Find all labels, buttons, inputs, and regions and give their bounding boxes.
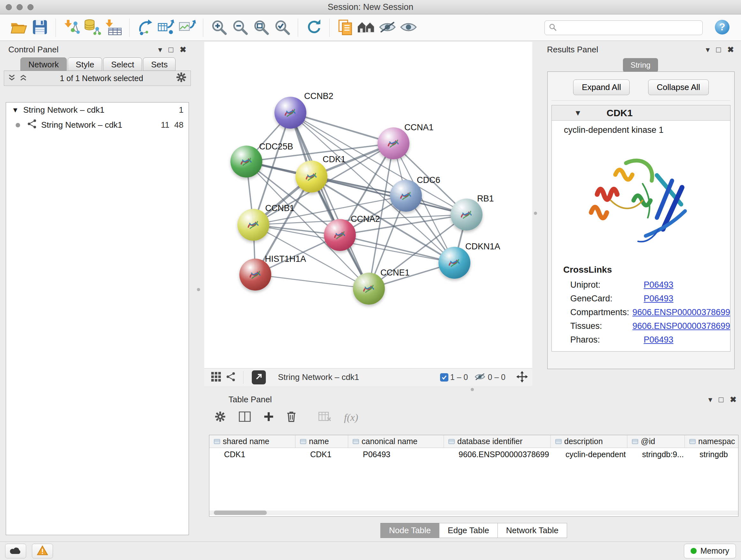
column-header[interactable]: shared name bbox=[209, 435, 295, 448]
cloud-status-button[interactable] bbox=[5, 544, 26, 558]
open-in-new-button[interactable] bbox=[252, 370, 266, 384]
zoom-selected-button[interactable] bbox=[272, 17, 293, 38]
close-window-button[interactable] bbox=[6, 4, 12, 10]
panel-collapse-icon[interactable]: ▾ bbox=[708, 395, 712, 404]
panel-float-icon[interactable]: □ bbox=[716, 45, 721, 54]
memory-button[interactable]: Memory bbox=[684, 544, 736, 558]
panel-float-icon[interactable]: □ bbox=[719, 395, 724, 404]
cell-namespace[interactable]: stringdb bbox=[685, 448, 738, 461]
panel-collapse-icon[interactable]: ▾ bbox=[705, 45, 710, 54]
tab-network-table[interactable]: Network Table bbox=[497, 523, 567, 538]
warnings-button[interactable] bbox=[32, 544, 53, 558]
column-header[interactable]: @id bbox=[627, 435, 685, 448]
search-input[interactable] bbox=[560, 23, 698, 32]
collapse-all-button[interactable]: Collapse All bbox=[648, 79, 709, 95]
birdseye-toggle-button[interactable] bbox=[209, 370, 223, 385]
hide-selection-button[interactable] bbox=[377, 17, 398, 38]
scrollbar-thumb[interactable] bbox=[214, 510, 267, 515]
network-overview-button[interactable] bbox=[223, 370, 238, 385]
network-view-title: String Network – cdk1 bbox=[278, 372, 359, 382]
crosslink-pharos-link[interactable]: P06493 bbox=[644, 335, 673, 345]
search-box[interactable] bbox=[544, 20, 703, 35]
panel-close-icon[interactable]: ✖ bbox=[730, 395, 737, 404]
network-node-CDK1[interactable] bbox=[295, 161, 327, 192]
new-network-from-selection-button[interactable] bbox=[156, 17, 177, 38]
network-collection-row[interactable]: ▼ String Network – cdk1 1 bbox=[6, 103, 189, 118]
cell-name[interactable]: CDK1 bbox=[295, 448, 348, 461]
network-node-CDC25B[interactable] bbox=[230, 145, 262, 178]
show-all-button[interactable] bbox=[398, 17, 419, 38]
column-header[interactable]: namespac bbox=[685, 435, 738, 448]
column-header[interactable]: name bbox=[295, 435, 348, 448]
column-header[interactable]: canonical name bbox=[348, 435, 444, 448]
open-session-button[interactable] bbox=[8, 17, 29, 38]
tab-sets[interactable]: Sets bbox=[143, 57, 176, 71]
node-selection-checkbox[interactable] bbox=[440, 373, 448, 381]
pan-crosshair-icon[interactable] bbox=[516, 371, 528, 384]
tree-caret-icon[interactable]: ▼ bbox=[12, 106, 19, 114]
maximize-window-button[interactable] bbox=[27, 4, 33, 10]
cell-canonical-name[interactable]: P06493 bbox=[348, 448, 444, 461]
select-columns-icon[interactable] bbox=[239, 412, 251, 423]
column-header[interactable]: database identifier bbox=[444, 435, 551, 448]
clone-network-button[interactable] bbox=[135, 17, 156, 38]
cell-database-identifier[interactable]: 9606.ENSP00000378699 bbox=[444, 448, 551, 461]
network-node-CCNE1[interactable] bbox=[353, 273, 385, 305]
save-session-button[interactable] bbox=[29, 17, 51, 38]
crosslink-tissues-link[interactable]: 9606.ENSP00000378699 bbox=[632, 321, 730, 331]
cell-shared-name[interactable]: CDK1 bbox=[209, 448, 295, 461]
crosslink-uniprot-link[interactable]: P06493 bbox=[644, 280, 673, 290]
export-image-button[interactable] bbox=[177, 17, 198, 38]
network-node-CDKN1A[interactable] bbox=[439, 247, 470, 279]
gene-card-header[interactable]: ▼ CDK1 bbox=[552, 105, 730, 121]
import-network-file-button[interactable] bbox=[61, 17, 82, 38]
help-button[interactable]: ? bbox=[712, 17, 733, 38]
refresh-button[interactable] bbox=[303, 17, 324, 38]
panel-collapse-icon[interactable]: ▾ bbox=[158, 45, 162, 54]
first-neighbors-button[interactable] bbox=[356, 17, 377, 38]
panel-close-icon[interactable]: ✖ bbox=[180, 45, 186, 54]
horizontal-splitter-handle[interactable] bbox=[471, 388, 474, 391]
collapse-caret-icon[interactable]: ▼ bbox=[574, 109, 582, 118]
cell-description[interactable]: cyclin-dependent ... bbox=[551, 448, 627, 461]
vertical-splitter-handle[interactable] bbox=[197, 288, 200, 291]
string-results-tab[interactable]: String bbox=[623, 58, 658, 72]
tab-edge-table[interactable]: Edge Table bbox=[439, 523, 498, 538]
expand-all-networks-icon[interactable] bbox=[19, 74, 27, 83]
toolbar-separator bbox=[243, 371, 244, 384]
network-tree: ▼ String Network – cdk1 1 String Network… bbox=[6, 102, 189, 535]
minimize-window-button[interactable] bbox=[17, 4, 23, 10]
import-network-database-button[interactable] bbox=[82, 17, 103, 38]
vertical-splitter-handle[interactable] bbox=[534, 212, 537, 215]
hidden-edges-eye-icon[interactable] bbox=[474, 373, 486, 382]
horizontal-scrollbar[interactable] bbox=[209, 510, 738, 515]
network-node-CCNB2[interactable] bbox=[274, 97, 307, 129]
panel-float-icon[interactable]: □ bbox=[169, 45, 173, 54]
zoom-in-button[interactable] bbox=[208, 17, 229, 38]
table-settings-gear-icon[interactable] bbox=[214, 411, 226, 424]
tab-network[interactable]: Network bbox=[20, 57, 67, 71]
network-canvas[interactable]: CCNB2CCNA1CDC25BCDK1CDC6RB1CCNB1CCNA2CDK… bbox=[204, 42, 532, 368]
annotation-button[interactable] bbox=[335, 17, 356, 38]
column-header[interactable]: description bbox=[551, 435, 627, 448]
collapse-all-networks-icon[interactable] bbox=[8, 74, 16, 83]
tab-select[interactable]: Select bbox=[103, 57, 142, 71]
cell-id[interactable]: stringdb:9... bbox=[627, 448, 685, 461]
crosslink-genecard-link[interactable]: P06493 bbox=[644, 294, 673, 304]
table-row[interactable]: CDK1 CDK1 P06493 9606.ENSP00000378699 cy… bbox=[209, 448, 738, 461]
gear-icon[interactable] bbox=[176, 72, 187, 84]
crosslink-compartments-link[interactable]: 9606.ENSP00000378699 bbox=[632, 307, 730, 317]
status-bar: Memory bbox=[0, 542, 741, 560]
network-row-selected[interactable]: String Network – cdk1 11 48 bbox=[6, 118, 189, 132]
zoom-fit-button[interactable] bbox=[251, 17, 272, 38]
zoom-out-button[interactable] bbox=[229, 17, 251, 38]
function-builder-button[interactable]: f(x) bbox=[344, 412, 358, 423]
network-node-CCNB1[interactable] bbox=[238, 209, 269, 241]
add-column-icon[interactable] bbox=[264, 412, 274, 423]
panel-close-icon[interactable]: ✖ bbox=[727, 45, 734, 54]
tab-style[interactable]: Style bbox=[68, 57, 102, 71]
tab-node-table[interactable]: Node Table bbox=[381, 523, 440, 538]
expand-all-button[interactable]: Expand All bbox=[573, 79, 630, 95]
delete-column-trash-icon[interactable] bbox=[286, 411, 296, 423]
import-table-button[interactable] bbox=[103, 17, 124, 38]
